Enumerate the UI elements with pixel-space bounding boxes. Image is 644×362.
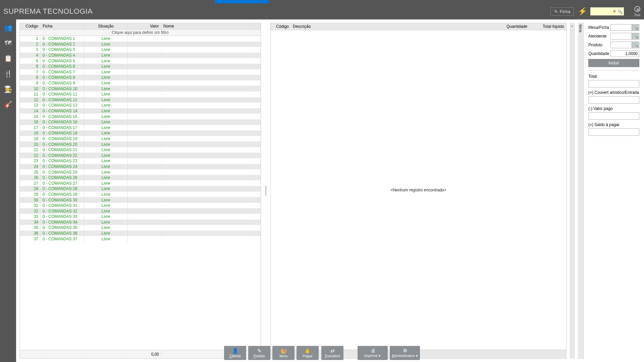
- clipboard-icon[interactable]: [3, 54, 13, 63]
- header-codigo[interactable]: Código: [20, 23, 41, 29]
- pedido-button[interactable]: ✎Pedido: [248, 346, 270, 360]
- saldo-label: (=) Saldo à pagar: [588, 122, 639, 127]
- header-ficha[interactable]: Ficha: [41, 23, 84, 29]
- mesa-lookup-button[interactable]: [632, 24, 639, 31]
- table-row[interactable]: 230 - COMANDAS 23Livre: [20, 158, 261, 164]
- table-row[interactable]: 110 - COMANDAS 11Livre: [20, 92, 261, 97]
- bolt-icon[interactable]: [578, 7, 587, 16]
- transferir-button[interactable]: ⇄Transferir: [321, 346, 343, 360]
- produto-lookup-button[interactable]: [632, 42, 639, 48]
- grid-body[interactable]: 10 - COMANDAS 1Livre20 - COMANDAS 2Livre…: [19, 36, 261, 350]
- table-row[interactable]: 180 - COMANDAS 18Livre: [20, 130, 261, 136]
- edit-icon: [554, 9, 558, 14]
- items-h-codigo[interactable]: Código: [271, 23, 291, 30]
- table-row[interactable]: 240 - COMANDAS 24Livre: [20, 164, 261, 170]
- valor-pago-label: (-) Valor pago: [588, 106, 639, 111]
- exit-label: Sair: [634, 13, 641, 17]
- table-row[interactable]: 210 - COMANDAS 21Livre: [20, 147, 261, 153]
- table-row[interactable]: 150 - COMANDAS 15Livre: [20, 114, 261, 119]
- table-row[interactable]: 90 - COMANDAS 9Livre: [20, 80, 261, 86]
- app-header: SUPREMA TECNOLOGIA Ficha ✕ Sair: [0, 3, 644, 19]
- itens-button[interactable]: 🧺Itens: [272, 346, 294, 360]
- table-row[interactable]: 260 - COMANDAS 26Livre: [20, 175, 261, 181]
- pagar-button[interactable]: ✋Pagar: [297, 346, 319, 360]
- items-h-total[interactable]: Total líquido: [529, 23, 566, 30]
- chef-hat-icon[interactable]: [3, 84, 13, 94]
- table-row[interactable]: 120 - COMANDAS 12Livre: [20, 97, 261, 103]
- quantidade-label: Quantidade: [588, 51, 609, 56]
- table-row[interactable]: 310 - COMANDAS 31Livre: [20, 203, 261, 208]
- table-row[interactable]: 130 - COMANDAS 13Livre: [20, 103, 261, 108]
- table-row[interactable]: 170 - COMANDAS 17Livre: [20, 125, 261, 131]
- table-row[interactable]: 30 - COMANDAS 3Livre: [20, 47, 261, 53]
- table-row[interactable]: 330 - COMANDAS 33Livre: [20, 214, 261, 220]
- quantidade-input[interactable]: [610, 50, 639, 57]
- table-row[interactable]: 290 - COMANDAS 29Livre: [20, 192, 261, 197]
- header-situacao[interactable]: Situação: [84, 23, 128, 29]
- table-row[interactable]: 350 - COMANDAS 35Livre: [20, 225, 261, 231]
- header-search-box[interactable]: ✕: [590, 7, 624, 15]
- saldo-input[interactable]: [588, 128, 639, 136]
- table-row[interactable]: 160 - COMANDAS 16Livre: [20, 119, 261, 125]
- table-row[interactable]: 70 - COMANDAS 7Livre: [20, 69, 261, 75]
- table-row[interactable]: 200 - COMANDAS 20Livre: [20, 141, 261, 147]
- header-nome[interactable]: Nome: [161, 23, 254, 29]
- footer-total-valor: 0,00: [128, 351, 161, 357]
- table-row[interactable]: 140 - COMANDAS 14Livre: [20, 108, 261, 114]
- table-row[interactable]: 60 - COMANDAS 6Livre: [20, 64, 261, 69]
- table-row[interactable]: 360 - COMANDAS 36Livre: [20, 231, 261, 236]
- exit-button[interactable]: Sair: [634, 6, 641, 17]
- total-input[interactable]: [588, 80, 639, 87]
- header-valor[interactable]: Valor: [128, 23, 161, 29]
- collapse-chevron-icon: «: [571, 24, 573, 28]
- table-row[interactable]: 80 - COMANDAS 8Livre: [20, 75, 261, 80]
- table-row[interactable]: 250 - COMANDAS 25Livre: [20, 169, 261, 175]
- bottom-action-bar: 👤CClienteliente ✎Pedido 🧺Itens ✋Pagar ⇄T…: [224, 346, 420, 360]
- imprimir-button[interactable]: 🖨Imprimir ▾: [358, 346, 388, 360]
- clear-search-icon[interactable]: ✕: [613, 9, 616, 14]
- cliente-button[interactable]: 👤CClienteliente: [224, 346, 246, 360]
- order-form-panel: Mesa/Ficha Atendente Produto: [587, 23, 641, 359]
- table-row[interactable]: 220 - COMANDAS 22Livre: [20, 153, 261, 158]
- table-row[interactable]: 300 - COMANDAS 30Livre: [20, 197, 261, 203]
- splitter-left[interactable]: [264, 23, 267, 359]
- left-sidebar: [0, 19, 16, 362]
- table-row[interactable]: 50 - COMANDAS 5Livre: [20, 58, 261, 64]
- items-h-descricao[interactable]: Descrição: [291, 23, 496, 30]
- table-row[interactable]: 320 - COMANDAS 32Livre: [20, 208, 261, 214]
- grid-filter-row[interactable]: Clique aqui para definir um filtro: [19, 29, 261, 36]
- valor-pago-input[interactable]: [588, 112, 639, 120]
- collapse-right-tab[interactable]: «: [570, 23, 575, 359]
- table-row[interactable]: 270 - COMANDAS 27Livre: [20, 180, 261, 186]
- table-row[interactable]: 100 - COMANDAS 10Livre: [20, 86, 261, 92]
- empty-message: <Nenhum registro encontrado>: [390, 188, 446, 192]
- atendente-input[interactable]: [610, 33, 632, 40]
- incluir-button[interactable]: Incluir: [588, 59, 639, 67]
- produto-input[interactable]: [610, 42, 632, 48]
- comandas-grid: Código Ficha Situação Valor Nome Clique …: [19, 23, 261, 359]
- fork-knife-icon[interactable]: [3, 69, 13, 78]
- table-row[interactable]: 190 - COMANDAS 19Livre: [20, 136, 261, 142]
- grid-header-row: Código Ficha Situação Valor Nome: [19, 23, 261, 29]
- search-icon[interactable]: [618, 9, 623, 14]
- guitar-icon[interactable]: [3, 100, 13, 109]
- table-row[interactable]: 20 - COMANDAS 2Livre: [20, 42, 261, 47]
- couvert-label: (+) Couvert artístico/Entrada: [588, 90, 639, 95]
- itens-vertical-tab[interactable]: Itens: [578, 23, 584, 359]
- map-icon[interactable]: [3, 38, 13, 48]
- atendente-lookup-button[interactable]: [632, 33, 639, 40]
- table-row[interactable]: 40 - COMANDAS 4Livre: [20, 53, 261, 58]
- people-icon[interactable]: [3, 23, 13, 32]
- window-chrome-strip: [0, 0, 644, 3]
- mesa-input[interactable]: [610, 24, 632, 31]
- administrativo-button[interactable]: ⚙Administrativo ▾: [390, 346, 420, 360]
- total-label: Total: [588, 74, 639, 79]
- table-row[interactable]: 10 - COMANDAS 1Livre: [20, 36, 261, 42]
- produto-label: Produto: [588, 43, 609, 47]
- items-h-quantidade[interactable]: Quantidade: [496, 23, 529, 30]
- table-row[interactable]: 340 - COMANDAS 34Livre: [20, 220, 261, 225]
- table-row[interactable]: 280 - COMANDAS 28Livre: [20, 186, 261, 192]
- table-row[interactable]: 370 - COMANDAS 37Livre: [20, 236, 261, 242]
- ficha-button[interactable]: Ficha: [550, 7, 574, 16]
- couvert-input[interactable]: [588, 96, 639, 104]
